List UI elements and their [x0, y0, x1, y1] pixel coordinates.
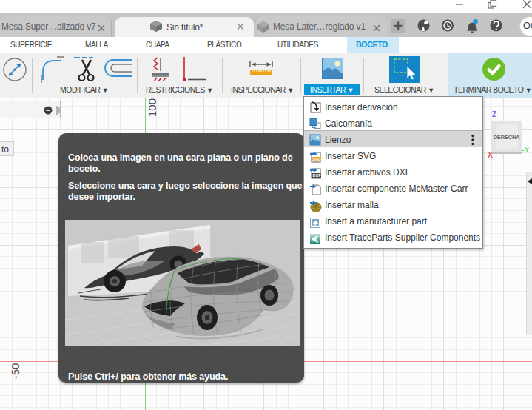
svg-text:DXF: DXF: [313, 173, 322, 178]
svg-text:SVG: SVG: [312, 157, 321, 161]
svg-text:-Y: -Y: [522, 145, 530, 154]
svg-text:DERECHA: DERECHA: [494, 134, 520, 141]
svg-text:X: X: [488, 150, 493, 159]
svg-text:Z: Z: [492, 110, 496, 118]
